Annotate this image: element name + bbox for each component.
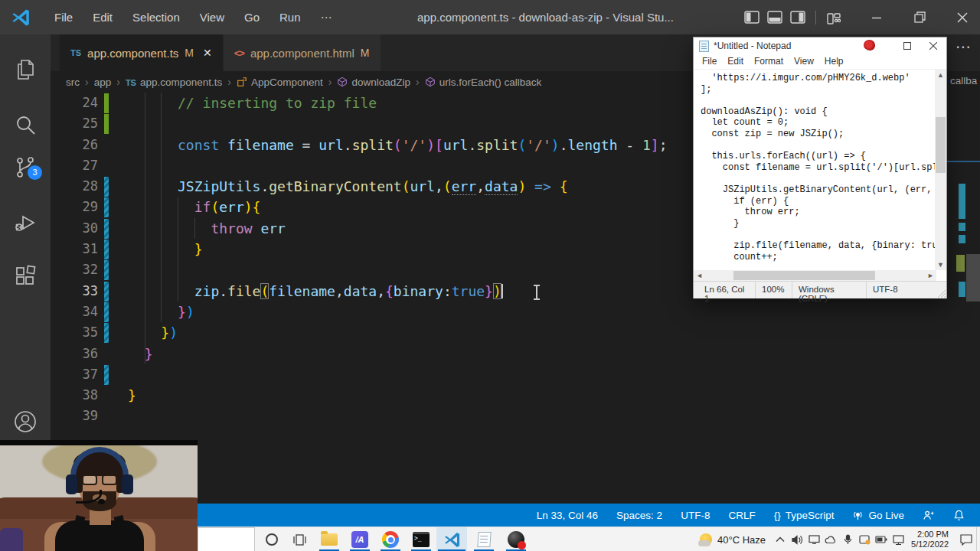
titlebar-separator [815, 11, 816, 24]
taskbar-clock[interactable]: 2:00 PM 5/12/2022 [911, 530, 949, 549]
tab-close-icon[interactable]: ✕ [203, 47, 212, 59]
feedback-icon[interactable] [923, 510, 935, 521]
go-live-button[interactable]: Go Live [852, 510, 904, 521]
notepad-text-area[interactable]: 'https://i.imgur.com/pHMY26k_d.webp']; d… [694, 70, 936, 270]
breadcrumb-item-downloadZip[interactable]: downloadZip [337, 77, 410, 88]
token-b1: ( [443, 178, 452, 194]
breadcrumb-item-AppComponent[interactable]: AppComponent [237, 77, 323, 88]
minimize-button[interactable] [865, 0, 888, 34]
tab-app.component.ts[interactable]: TSapp.component.tsM✕ [60, 34, 224, 71]
volume-icon[interactable] [789, 527, 805, 551]
battery-icon[interactable] [873, 527, 890, 551]
menu-edit[interactable]: Edit [83, 0, 122, 34]
cortana-button[interactable] [257, 527, 286, 551]
tray-chevron-icon[interactable] [772, 527, 789, 551]
tab-app.component.html[interactable]: <>app.component.htmlM [224, 34, 381, 71]
search-icon[interactable] [13, 113, 38, 138]
line-number: 29 [51, 197, 98, 217]
scroll-left-icon[interactable]: ◄ [694, 272, 705, 279]
breadcrumb-item-app[interactable]: app [94, 77, 112, 88]
status-indentation[interactable]: Spaces: 2 [616, 510, 662, 521]
taskbar-vscode[interactable] [436, 527, 467, 551]
network-display-icon[interactable] [890, 527, 906, 551]
menu-go[interactable]: Go [234, 0, 270, 34]
restore-button[interactable] [908, 0, 931, 34]
overview-mark-teal [959, 184, 965, 219]
microphone-icon[interactable] [839, 527, 856, 551]
notepad-hscroll-thumb[interactable] [733, 271, 875, 280]
code-line-39[interactable]: 39 [51, 406, 980, 426]
scroll-up-icon[interactable]: ▲ [935, 71, 946, 79]
taskbar-app-slash-a[interactable]: /A [345, 527, 375, 551]
token-pu: , [335, 283, 344, 299]
notepad-line [701, 95, 936, 106]
taskbar-search-box[interactable] [198, 527, 255, 551]
onedrive-cloud-icon[interactable] [822, 527, 839, 551]
notepad-line: downloadAsZip(): void { [701, 106, 936, 118]
show-desktop-button[interactable] [976, 527, 980, 551]
breadcrumb-item-urls.forEach() callback[interactable]: urls.forEach() callback [425, 77, 542, 88]
weather-widget[interactable]: 40°C Haze [700, 533, 766, 546]
token-ws [128, 220, 211, 236]
notepad-maximize-button[interactable] [894, 37, 920, 54]
status-encoding[interactable]: UTF-8 [681, 510, 710, 521]
breadcrumb-item-app.component.ts[interactable]: TSapp.component.ts [126, 77, 222, 88]
notepad-menu-edit[interactable]: Edit [722, 54, 749, 69]
notepad-close-button[interactable] [920, 37, 946, 54]
editor-actions-icon[interactable]: ⋯ [956, 37, 971, 56]
code-line-38[interactable]: 38} [51, 385, 980, 406]
status-eol[interactable]: CRLF [728, 510, 755, 521]
breadcrumb-item-src[interactable]: src [66, 77, 80, 88]
customize-layout-icon[interactable] [822, 0, 845, 34]
run-debug-icon[interactable] [13, 210, 38, 235]
code-line-37[interactable]: 37 [51, 364, 980, 385]
action-center-icon[interactable] [956, 527, 976, 551]
notepad-line: const filename = url.split('/')[url.spli… [701, 162, 936, 174]
taskbar-file-explorer[interactable] [314, 527, 345, 551]
accounts-icon[interactable] [13, 409, 38, 434]
status-language[interactable]: {} TypeScript [774, 510, 835, 521]
task-view-button[interactable] [285, 527, 314, 551]
notifications-bell-icon[interactable] [953, 509, 965, 521]
code-line-34[interactable]: 34 }) [51, 302, 980, 322]
taskbar-notepad[interactable] [469, 527, 499, 551]
notepad-vertical-scrollbar[interactable]: ▲ ▼ [935, 70, 946, 270]
explorer-icon[interactable] [13, 57, 38, 82]
layout-sidebar-left-icon[interactable] [740, 0, 763, 34]
notepad-resize-grip[interactable] [938, 290, 946, 298]
notification-app-icon[interactable] [856, 527, 873, 551]
notepad-horizontal-scrollbar[interactable]: ◄ ► [694, 270, 936, 281]
notepad-menu-view[interactable]: View [789, 54, 819, 69]
notepad-vscroll-thumb[interactable] [936, 117, 946, 173]
notepad-menu-format[interactable]: Format [749, 54, 789, 69]
code-text: } [128, 239, 203, 259]
layout-panel-icon[interactable] [763, 0, 786, 34]
menu-file[interactable]: File [44, 0, 83, 34]
overview-mark-teal [959, 223, 965, 231]
taskbar-recorder[interactable] [501, 527, 531, 551]
menu-selection[interactable]: Selection [122, 0, 190, 34]
taskbar-terminal[interactable]: >_ [406, 527, 436, 551]
menu-run[interactable]: Run [270, 0, 311, 34]
notepad-menu-file[interactable]: File [697, 54, 722, 69]
close-button[interactable] [951, 0, 974, 34]
token-vu: data [485, 178, 518, 195]
menu-view[interactable]: View [190, 0, 234, 34]
notepad-menu-help[interactable]: Help [819, 54, 849, 69]
status-line-col[interactable]: Ln 33, Col 46 [537, 510, 598, 521]
ts-symbol-icon: TS [126, 77, 136, 88]
token-b3: ) [551, 137, 560, 153]
glasses-icon [82, 474, 97, 485]
extensions-icon[interactable] [13, 264, 38, 289]
code-line-36[interactable]: 36 } [51, 344, 980, 364]
scroll-down-icon[interactable]: ▼ [935, 261, 946, 269]
minimap-slider[interactable] [966, 254, 980, 302]
notepad-titlebar[interactable]: *Untitled - Notepad [694, 37, 946, 54]
breadcrumb-label: app.component.ts [140, 77, 222, 88]
menu-more[interactable]: ⋯ [311, 0, 342, 34]
layout-sidebar-right-icon[interactable] [786, 0, 809, 34]
scroll-right-icon[interactable]: ► [925, 272, 936, 279]
code-line-35[interactable]: 35 }) [51, 322, 980, 343]
cast-display-icon[interactable] [805, 527, 822, 551]
taskbar-chrome[interactable] [375, 527, 406, 551]
